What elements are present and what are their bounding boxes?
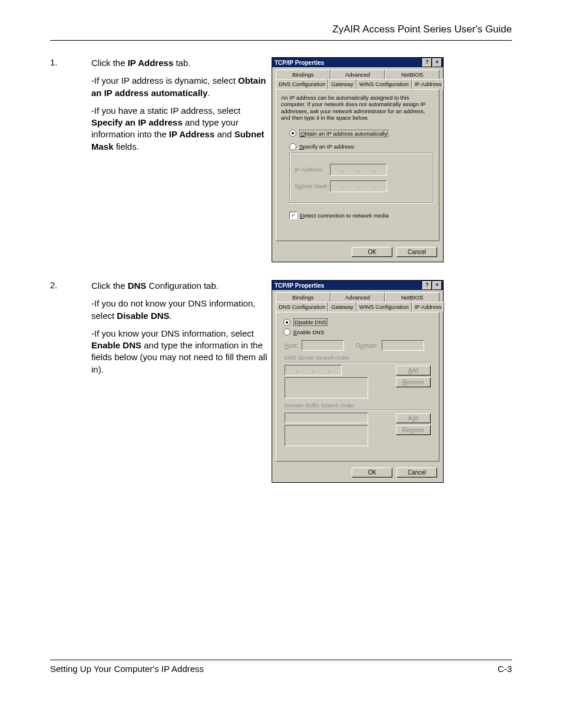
add-button: Add [396, 365, 431, 375]
cancel-button[interactable]: Cancel [396, 467, 437, 477]
radio-specify-label: pecify an IP address: [303, 143, 355, 150]
add-button: Add [396, 413, 431, 423]
tab-gateway[interactable]: Gateway [328, 302, 356, 312]
step-number: 1. [50, 57, 91, 67]
tab-advanced[interactable]: Advanced [330, 292, 385, 302]
tab-netbios[interactable]: NetBIOS [385, 292, 439, 302]
step-1-text: Click the IP Address tab. -If your IP ad… [91, 57, 272, 159]
subnet-mask-label: Subnet Mask: [295, 183, 330, 189]
domain-label: Domain: [356, 342, 378, 349]
dns-list [285, 377, 368, 398]
tab-dns-config[interactable]: DNS Configuration [276, 302, 328, 312]
tab-bindings[interactable]: Bindings [276, 292, 330, 302]
ip-address-label: IP Address: [295, 166, 330, 173]
tab-ip-address[interactable]: IP Address [412, 302, 445, 312]
ok-button[interactable]: OK [352, 467, 392, 477]
ip-address-input: . . . [330, 164, 387, 176]
tcpip-properties-dialog-dns: TCP/IP Properties ? × Bindings Advanced … [272, 280, 444, 483]
tab-wins-config[interactable]: WINS Configuration [356, 79, 412, 89]
dialog-description: An IP address can be automatically assig… [281, 94, 434, 121]
radio-obtain-auto[interactable]: Obtain an IP address automatically [289, 130, 434, 137]
footer-page-number: C-3 [498, 664, 512, 674]
close-icon[interactable]: × [432, 58, 442, 67]
tab-advanced[interactable]: Advanced [330, 70, 385, 79]
tab-gateway[interactable]: Gateway [328, 79, 356, 89]
close-icon[interactable]: × [432, 281, 442, 290]
detect-connection-checkbox[interactable]: ✓ Detect connection to network media [289, 212, 434, 219]
help-icon[interactable]: ? [422, 281, 432, 290]
suffix-input [285, 413, 368, 423]
cancel-button[interactable]: Cancel [396, 247, 437, 257]
tab-dns-config[interactable]: DNS Configuration [276, 79, 328, 89]
ok-button[interactable]: OK [352, 247, 392, 257]
radio-disable-dns[interactable]: Disable DNS [283, 318, 435, 326]
tcpip-properties-dialog-ip: TCP/IP Properties ? × Bindings Advanced … [272, 57, 444, 262]
dialog-title: TCP/IP Properties [275, 282, 324, 289]
radio-obtain-label: btain an IP address automatically [305, 130, 387, 137]
dns-ip-input: . . . [285, 365, 342, 375]
suffix-list [285, 425, 368, 446]
dns-search-order-label: DNS Server Search Order [285, 354, 435, 361]
radio-specify[interactable]: Specify an IP address: [289, 143, 434, 150]
remove-button: Remove [396, 377, 431, 387]
tab-ip-address[interactable]: IP Address [412, 79, 445, 89]
tab-netbios[interactable]: NetBIOS [385, 70, 439, 79]
host-input [302, 340, 344, 351]
dialog-title: TCP/IP Properties [275, 60, 324, 66]
page-header: ZyAIR Access Point Series User's Guide [50, 24, 512, 41]
detect-label: etect connection to network media [304, 212, 389, 219]
remove-button: Remove [396, 425, 431, 435]
domain-input [382, 340, 424, 351]
step-2-text: Click the DNS Configuration tab. -If you… [91, 280, 272, 381]
host-label: Host: [285, 342, 298, 349]
help-icon[interactable]: ? [422, 58, 432, 67]
subnet-mask-input: . . . [330, 180, 387, 192]
footer-left: Setting Up Your Computer's IP Address [50, 664, 204, 674]
tab-wins-config[interactable]: WINS Configuration [356, 302, 412, 312]
step-number: 2. [50, 280, 91, 290]
domain-suffix-order-label: Domain Suffix Search Order [285, 402, 435, 409]
tab-bindings[interactable]: Bindings [276, 70, 330, 79]
radio-enable-dns[interactable]: Enable DNS [283, 328, 435, 335]
